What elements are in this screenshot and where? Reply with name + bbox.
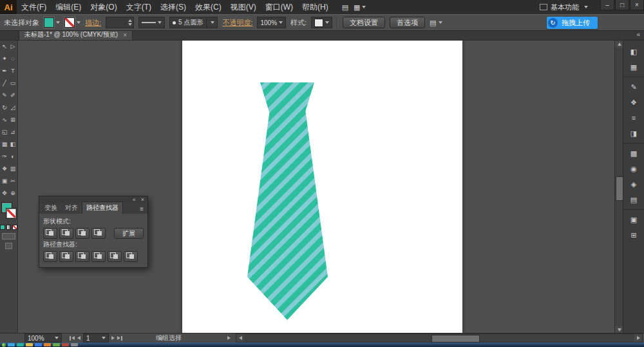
menu-type[interactable]: 文字(T) (122, 0, 156, 14)
transparency-panel-icon[interactable]: ▩ (623, 143, 644, 161)
step-down-icon[interactable] (128, 23, 132, 26)
step-up-icon[interactable] (128, 19, 132, 22)
zoom-tool[interactable]: ⊕ (9, 187, 17, 199)
menu-effect[interactable]: 效果(C) (191, 0, 226, 14)
pathfinder-panel[interactable]: « × 变换 对齐 路径查找器 ≡ 形状模式: 扩展 路径查找器: (39, 196, 148, 268)
tab-pathfinder[interactable]: 路径查找器 (82, 202, 123, 214)
scroll-left-arrow[interactable] (236, 334, 244, 342)
color-chip[interactable] (0, 225, 5, 230)
stroke-color-swatch[interactable] (64, 17, 80, 28)
unite-button[interactable] (43, 228, 57, 239)
graphic-styles-panel-icon[interactable]: ◈ (623, 176, 644, 192)
type-tool[interactable]: T (9, 64, 17, 77)
divide-button[interactable] (43, 251, 57, 262)
prev-artboard-button[interactable] (77, 336, 80, 340)
minimize-button[interactable]: – (600, 0, 614, 10)
windows-taskbar[interactable] (0, 342, 644, 347)
minus-back-button[interactable] (124, 251, 138, 262)
stroke-width-stepper[interactable] (106, 17, 134, 28)
magic-wand-tool[interactable]: ✦ (1, 52, 9, 64)
mesh-tool[interactable]: ▦ (1, 138, 9, 150)
scale-tool[interactable]: ◿ (9, 101, 17, 113)
tab-align[interactable]: 对齐 (61, 202, 82, 214)
horizontal-scrollbar[interactable] (236, 333, 643, 342)
eyedropper-tool[interactable]: ✑ (1, 150, 9, 162)
direct-selection-tool[interactable]: ▷ (9, 40, 17, 52)
menu-window[interactable]: 窗口(W) (261, 0, 298, 14)
workspace-switcher[interactable]: 基本功能 (540, 3, 588, 12)
paintbrush-tool[interactable]: ✎ (1, 89, 9, 101)
menu-select[interactable]: 选择(S) (156, 0, 191, 14)
artboard-tool[interactable]: ▣ (1, 174, 9, 187)
close-button[interactable]: × (630, 0, 644, 10)
stroke-width-field[interactable] (108, 18, 127, 27)
align-panel-icon[interactable]: ⊞ (623, 227, 644, 243)
outline-button[interactable] (108, 251, 122, 262)
lasso-tool[interactable]: ◌ (9, 52, 17, 64)
rotate-tool[interactable]: ↻ (1, 101, 9, 113)
tie-artwork[interactable] (182, 40, 462, 333)
shape-builder-tool[interactable]: ◱ (1, 126, 9, 138)
swatches-panel-icon[interactable]: ▦ (623, 59, 644, 75)
stepper-arrows[interactable] (128, 19, 132, 26)
taskbar-app-icon[interactable] (44, 343, 51, 346)
tab-close-icon[interactable]: × (123, 32, 127, 39)
status-display[interactable]: 编组选择 (156, 333, 231, 342)
gradient-chip[interactable] (6, 225, 12, 230)
document-icon[interactable]: ▤ (342, 3, 348, 12)
panel-collapse-icon[interactable]: « (133, 196, 136, 203)
merge-button[interactable] (75, 251, 90, 262)
gradient-panel-icon[interactable]: ◨ (623, 126, 644, 141)
exclude-button[interactable] (91, 228, 106, 239)
zoom-level-dropdown[interactable]: 100% (24, 333, 62, 342)
menu-help[interactable]: 帮助(H) (298, 0, 333, 14)
drawing-mode-button[interactable] (2, 233, 15, 239)
canvas-pasteboard[interactable] (17, 40, 615, 333)
width-tool[interactable]: ∿ (1, 113, 9, 126)
panel-menu-icon[interactable]: ≡ (137, 204, 146, 214)
upload-button[interactable]: ↻ 拖拽上传 (547, 17, 598, 29)
dock-collapse-icon[interactable]: « (636, 31, 640, 38)
start-button[interactable] (2, 343, 6, 347)
taskbar-app-icon[interactable] (71, 343, 78, 346)
brush-definition-dropdown[interactable]: 5 点圆形 (169, 17, 218, 28)
column-graph-tool[interactable]: ▥ (9, 162, 17, 174)
taskbar-app-icon[interactable] (17, 343, 24, 346)
document-setup-button[interactable]: 文档设置 (343, 17, 385, 28)
brush-dropdown-arrow[interactable] (206, 17, 214, 28)
fill-color-swatch[interactable] (44, 17, 60, 28)
pencil-tool[interactable]: ✐ (9, 89, 17, 101)
taskbar-app-icon[interactable] (62, 343, 69, 346)
menu-edit[interactable]: 编辑(E) (51, 0, 86, 14)
hand-tool[interactable]: ✥ (1, 187, 9, 199)
blend-tool[interactable]: ◐ (9, 150, 17, 162)
artboard-number-field[interactable]: 1 (83, 333, 109, 342)
preferences-button[interactable]: 首选项 (390, 17, 425, 28)
selection-tool[interactable]: ↖ (1, 40, 9, 52)
first-artboard-button[interactable] (70, 336, 75, 341)
perspective-grid-tool[interactable]: ⊿ (9, 126, 17, 138)
style-dropdown[interactable] (311, 17, 332, 28)
free-transform-tool[interactable]: ⊞ (9, 113, 17, 126)
stroke-panel-link[interactable]: 描边: (85, 18, 101, 28)
taskbar-app-icon[interactable] (35, 343, 42, 346)
horizontal-scroll-track[interactable] (244, 334, 634, 342)
vertical-scrollbar[interactable] (614, 40, 623, 333)
color-panel-icon[interactable]: ◧ (623, 44, 644, 59)
horizontal-scroll-thumb[interactable] (431, 335, 480, 342)
pen-tool[interactable]: ✒ (1, 64, 9, 77)
screen-mode-button[interactable] (5, 243, 12, 249)
opacity-link[interactable]: 不透明度: (222, 18, 252, 28)
taskbar-app-icon[interactable] (8, 343, 15, 346)
symbol-sprayer-tool[interactable]: ❖ (1, 162, 9, 174)
brushes-panel-icon[interactable]: ✎ (623, 77, 644, 95)
artboards-panel-icon[interactable]: ▣ (623, 209, 644, 227)
last-artboard-button[interactable] (117, 336, 122, 341)
menu-file[interactable]: 文件(F) (17, 0, 51, 14)
symbols-panel-icon[interactable]: ❖ (623, 95, 644, 110)
opacity-dropdown[interactable]: 100% (257, 17, 286, 28)
tie-body[interactable] (247, 109, 328, 320)
menu-object[interactable]: 对象(O) (86, 0, 121, 14)
crop-button[interactable] (91, 251, 106, 262)
width-profile-dropdown[interactable] (138, 17, 165, 28)
